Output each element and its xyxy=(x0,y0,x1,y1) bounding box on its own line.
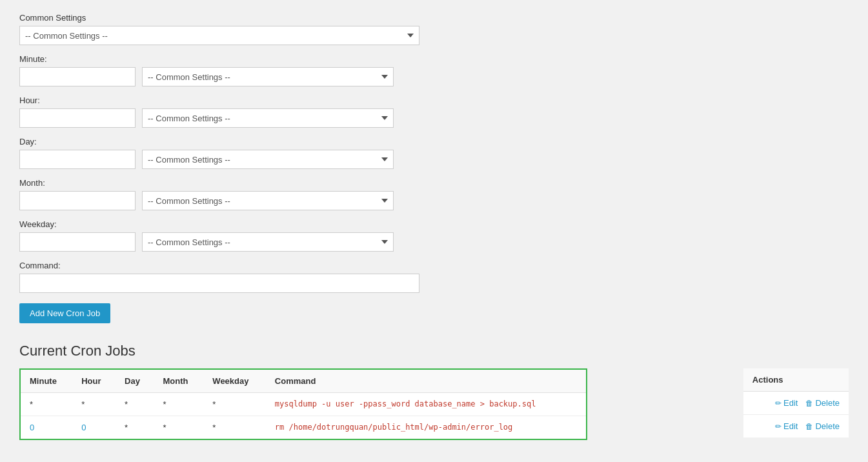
table-header-row: Minute Hour Day Month Weekday Command xyxy=(21,370,586,393)
command-label: Command: xyxy=(19,261,849,270)
cell-minute-0: * xyxy=(21,393,72,416)
hour-field-row: Hour: -- Common Settings -- xyxy=(19,95,849,128)
col-header-actions: Actions xyxy=(743,368,849,392)
table-row: 00***rm /home/dotrungquan/public_html/wp… xyxy=(21,416,586,439)
trash-icon xyxy=(805,398,815,408)
table-row: *****mysqldump -u user -ppass_word datab… xyxy=(21,393,586,416)
cell-hour-0: * xyxy=(72,393,116,416)
common-settings-top-label: Common Settings xyxy=(19,13,849,23)
month-input[interactable] xyxy=(19,191,136,210)
command-input[interactable] xyxy=(19,274,419,293)
cell-day-0: * xyxy=(116,393,154,416)
col-header-month: Month xyxy=(154,370,204,393)
cell-weekday-0: * xyxy=(203,393,266,416)
common-settings-section: Common Settings -- Common Settings -- xyxy=(19,13,849,45)
col-header-minute: Minute xyxy=(21,370,72,393)
col-header-day: Day xyxy=(116,370,154,393)
minute-input[interactable] xyxy=(19,67,136,86)
weekday-field-row: Weekday: -- Common Settings -- xyxy=(19,219,849,252)
pencil-icon xyxy=(775,398,783,408)
minute-label: Minute: xyxy=(19,54,849,64)
month-select[interactable]: -- Common Settings -- xyxy=(142,191,394,210)
cell-command-0: mysqldump -u user -ppass_word database_n… xyxy=(266,393,586,416)
actions-table: Actions EditDeleteEditDelete xyxy=(743,368,849,437)
actions-header-row: Actions xyxy=(743,368,849,392)
cell-day-1: * xyxy=(116,416,154,439)
add-cron-job-button[interactable]: Add New Cron Job xyxy=(19,303,110,323)
jobs-table-wrapper: Minute Hour Day Month Weekday Command **… xyxy=(19,368,587,440)
cell-month-1: * xyxy=(154,416,204,439)
col-header-weekday: Weekday xyxy=(203,370,266,393)
weekday-label: Weekday: xyxy=(19,219,849,229)
hour-label: Hour: xyxy=(19,95,849,105)
day-field-row: Day: -- Common Settings -- xyxy=(19,137,849,169)
current-cron-jobs-title: Current Cron Jobs xyxy=(19,343,849,359)
day-input[interactable] xyxy=(19,150,136,169)
pencil-icon xyxy=(775,421,783,431)
cell-command-1: rm /home/dotrungquan/public_html/wp-admi… xyxy=(266,416,586,439)
command-row: Command: xyxy=(19,261,849,293)
cell-weekday-1: * xyxy=(203,416,266,439)
cell-hour-1: 0 xyxy=(72,416,116,439)
weekday-select[interactable]: -- Common Settings -- xyxy=(142,232,394,252)
action-row: EditDelete xyxy=(743,415,849,438)
edit-button-1[interactable]: Edit xyxy=(775,421,798,431)
hour-select[interactable]: -- Common Settings -- xyxy=(142,108,394,128)
delete-button-1[interactable]: Delete xyxy=(805,421,840,431)
trash-icon xyxy=(805,421,815,431)
hour-input[interactable] xyxy=(19,108,136,128)
cell-actions-0: EditDelete xyxy=(743,392,849,415)
cell-minute-1: 0 xyxy=(21,416,72,439)
action-row: EditDelete xyxy=(743,392,849,415)
minute-select[interactable]: -- Common Settings -- xyxy=(142,67,394,86)
month-field-row: Month: -- Common Settings -- xyxy=(19,178,849,210)
col-header-hour: Hour xyxy=(72,370,116,393)
cell-month-0: * xyxy=(154,393,204,416)
weekday-input[interactable] xyxy=(19,232,136,252)
day-select[interactable]: -- Common Settings -- xyxy=(142,150,394,169)
common-settings-top-select[interactable]: -- Common Settings -- xyxy=(19,26,419,45)
actions-section: Actions EditDeleteEditDelete xyxy=(743,368,849,442)
cron-jobs-outer-table: Minute Hour Day Month Weekday Command **… xyxy=(19,368,849,442)
cell-actions-1: EditDelete xyxy=(743,415,849,438)
edit-button-0[interactable]: Edit xyxy=(775,398,798,408)
minute-field-row: Minute: -- Common Settings -- xyxy=(19,54,849,86)
month-label: Month: xyxy=(19,178,849,188)
col-header-command: Command xyxy=(266,370,586,393)
day-label: Day: xyxy=(19,137,849,146)
delete-button-0[interactable]: Delete xyxy=(805,398,840,408)
cron-jobs-table: Minute Hour Day Month Weekday Command **… xyxy=(21,370,586,439)
